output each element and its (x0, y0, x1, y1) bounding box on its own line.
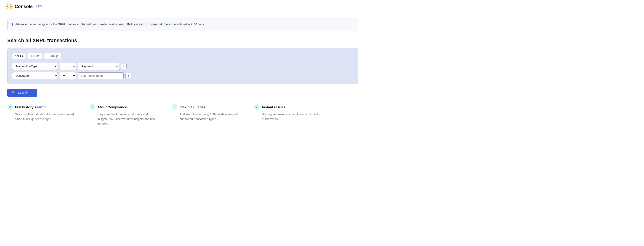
svg-point-0 (8, 5, 11, 8)
logo-container: Console βETA (6, 3, 44, 10)
rules-container: TransactionType = != Payment OfferCreate… (12, 63, 354, 79)
add-group-button[interactable]: + Group (44, 53, 61, 59)
feature-full-history-title: Full history search (15, 105, 46, 109)
info-banner: ℹ Advanced search engine for the XRPL. V… (7, 19, 358, 31)
svg-line-7 (10, 4, 12, 5)
logo-text: Console (15, 4, 33, 9)
code-fee: Fee (117, 23, 124, 26)
logic-operator-label: AND (15, 54, 21, 58)
add-rule-button[interactable]: + Rule (28, 53, 42, 59)
field-select-2[interactable]: Destination Account TransactionType (12, 72, 58, 79)
feature-aml-title: AML / Compliance (97, 105, 127, 109)
feature-instant-desc: Blazing fast results, linked to our expl… (254, 112, 323, 122)
check-icon-1: ✓ (7, 104, 13, 110)
query-controls-top: AND ▾ + Rule + Group (12, 53, 354, 59)
feature-aml: ✓ AML / Compliance Stay compliant, prote… (90, 104, 158, 126)
logo-icon (6, 3, 13, 10)
feature-instant: ✓ Instant results Blazing fast results, … (254, 104, 323, 126)
logic-operator-dropdown[interactable]: AND ▾ (12, 53, 26, 59)
feature-instant-header: ✓ Instant results (254, 104, 323, 110)
search-button-label: Search → (18, 91, 32, 95)
header: Console βETA (0, 0, 644, 13)
svg-line-5 (7, 4, 8, 5)
feature-full-history-header: ✓ Full history search (7, 104, 76, 110)
search-button[interactable]: 🔍 Search → (7, 89, 37, 97)
main-content: ℹ Advanced search engine for the XRPL. V… (0, 13, 366, 132)
destination-input[interactable] (78, 72, 124, 79)
info-text: Advanced search engine for the XRPL. Val… (15, 22, 205, 27)
feature-flexible-header: ✓ Flexible queries (172, 104, 240, 110)
code-delivermax: DeliverMax (126, 23, 145, 26)
feature-flexible: ✓ Flexible queries Add search filter usi… (172, 104, 240, 126)
rule-row-2: Destination Account TransactionType = !=… (12, 72, 354, 79)
feature-instant-title: Instant results (262, 105, 286, 109)
operator-select-1[interactable]: = != (60, 63, 76, 70)
search-icon: 🔍 (12, 91, 16, 95)
feature-flexible-title: Flexible queries (180, 105, 206, 109)
check-icon-2: ✓ (90, 104, 95, 110)
check-icon-3: ✓ (172, 104, 177, 110)
value-select-1[interactable]: Payment OfferCreate EscrowCreate (78, 63, 119, 70)
features-section: ✓ Full history search Search within 3.4 … (7, 97, 358, 126)
feature-flexible-desc: Add search filter using 100+ fields acro… (172, 112, 240, 122)
page-title: Search all XRPL transactions (7, 38, 358, 44)
remove-rule-2-button[interactable]: x (126, 73, 131, 78)
feature-full-history-desc: Search within 3.4 billion transactions c… (7, 112, 76, 122)
chevron-down-icon: ▾ (22, 54, 23, 58)
info-icon: ℹ (12, 22, 13, 28)
svg-line-8 (7, 8, 8, 9)
feature-aml-header: ✓ AML / Compliance (90, 104, 158, 110)
feature-full-history: ✓ Full history search Search within 3.4 … (7, 104, 76, 126)
check-icon-4: ✓ (254, 104, 260, 110)
svg-line-6 (10, 8, 12, 9)
rule-row-1: TransactionType = != Payment OfferCreate… (12, 63, 354, 70)
operator-select-2[interactable]: = != (60, 72, 76, 79)
remove-rule-1-button[interactable]: x (121, 64, 126, 69)
code-bidmax: BidMax (146, 23, 158, 26)
beta-badge: βETA (34, 5, 44, 8)
feature-aml-desc: Stay compliant, protect customers and mi… (90, 112, 158, 126)
code-amount: Amount (80, 23, 92, 26)
field-select-1[interactable]: TransactionType (12, 63, 58, 70)
query-builder: AND ▾ + Rule + Group TransactionType = !… (7, 48, 358, 84)
